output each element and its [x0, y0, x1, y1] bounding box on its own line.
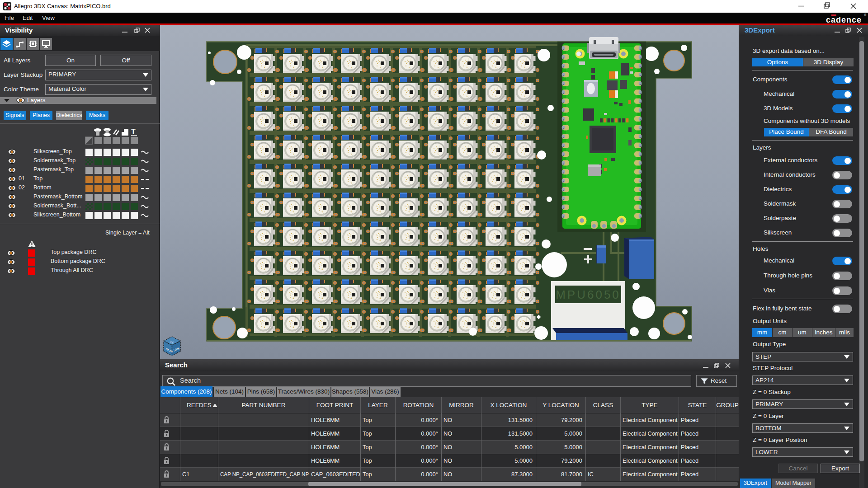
svg-text:MPU6050: MPU6050 — [556, 288, 621, 301]
svg-text:T: T — [131, 128, 136, 136]
